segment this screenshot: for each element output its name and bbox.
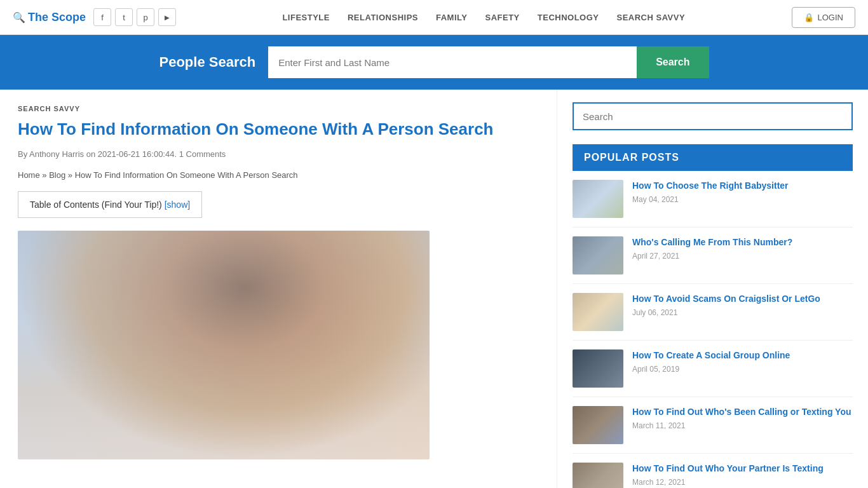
post-title[interactable]: Who's Calling Me From This Number? [632, 236, 853, 249]
article-area: SEARCH SAVVY How To Find Information On … [0, 90, 557, 488]
toc-label: Table of Contents (Find Your Tip!) [30, 200, 162, 210]
people-search-button[interactable]: Search [637, 46, 709, 78]
post-content: How To Choose The Right Babysitter May 0… [632, 180, 853, 204]
main-layout: SEARCH SAVVY How To Find Information On … [0, 90, 868, 488]
post-date: April 27, 2021 [632, 252, 853, 261]
popular-post-item: How To Choose The Right Babysitter May 0… [573, 171, 853, 227]
login-label: LOGIN [818, 13, 843, 22]
post-title[interactable]: How To Choose The Right Babysitter [632, 180, 853, 193]
pinterest-icon[interactable]: p [137, 8, 154, 26]
breadcrumb-home[interactable]: Home [18, 170, 40, 180]
post-thumbnail [573, 463, 623, 488]
facebook-icon[interactable]: f [93, 8, 111, 26]
article-title: How To Find Information On Someone With … [18, 119, 539, 140]
post-title[interactable]: How To Create A Social Group Online [632, 349, 853, 362]
article-meta: By Anthony Harris on 2021-06-21 16:00:44… [18, 149, 539, 159]
post-content: How To Create A Social Group Online Apri… [632, 349, 853, 374]
logo-text: The Scope [28, 11, 86, 24]
social-icons: f t p ▶ [93, 8, 176, 26]
sidebar: POPULAR POSTS How To Choose The Right Ba… [557, 90, 868, 488]
people-search-bar: People Search Search [0, 35, 868, 90]
post-thumbnail [573, 293, 623, 331]
nav-safety[interactable]: SAFETY [485, 13, 519, 22]
nav-family[interactable]: FAMILY [436, 13, 467, 22]
nav-relationships[interactable]: RELATIONSHIPS [348, 13, 418, 22]
post-content: How To Avoid Scams On Craigslist Or LetG… [632, 293, 853, 317]
post-date: May 04, 2021 [632, 195, 853, 204]
login-button[interactable]: 🔒 LOGIN [792, 7, 855, 28]
popular-post-item: How To Avoid Scams On Craigslist Or LetG… [573, 284, 853, 341]
post-thumbnail [573, 236, 623, 274]
post-date: March 11, 2021 [632, 421, 853, 430]
table-of-contents: Table of Contents (Find Your Tip!) [show… [18, 191, 202, 218]
nav-technology[interactable]: TECHNOLOGY [538, 13, 599, 22]
category-label: SEARCH SAVVY [18, 105, 539, 112]
nav-search-savvy[interactable]: SEARCH SAVVY [617, 13, 686, 22]
lock-icon: 🔒 [804, 13, 814, 22]
people-search-input[interactable] [268, 46, 637, 78]
image-overlay [18, 231, 430, 459]
post-thumbnail [573, 349, 623, 388]
post-date: March 12, 2021 [632, 478, 853, 487]
popular-post-item: How To Find Out Who Your Partner Is Text… [573, 454, 853, 488]
post-content: How To Find Out Who Your Partner Is Text… [632, 463, 853, 487]
youtube-icon[interactable]: ▶ [158, 8, 176, 26]
post-title[interactable]: How To Find Out Who Your Partner Is Text… [632, 463, 853, 475]
twitter-icon[interactable]: t [115, 8, 133, 26]
post-content: How To Find Out Who's Been Calling or Te… [632, 406, 853, 430]
toc-show-link[interactable]: [show] [165, 200, 190, 210]
post-content: Who's Calling Me From This Number? April… [632, 236, 853, 261]
nav-lifestyle[interactable]: LIFESTYLE [282, 13, 330, 22]
search-icon: 🔍 [13, 11, 25, 24]
post-thumbnail [573, 180, 623, 218]
popular-post-item: How To Create A Social Group Online Apri… [573, 341, 853, 397]
article-image [18, 231, 430, 459]
main-navigation: LIFESTYLE RELATIONSHIPS FAMILY SAFETY TE… [282, 13, 685, 22]
popular-post-item: How To Find Out Who's Been Calling or Te… [573, 397, 853, 454]
popular-post-item: Who's Calling Me From This Number? April… [573, 227, 853, 284]
popular-posts-header: POPULAR POSTS [573, 144, 853, 171]
post-title[interactable]: How To Avoid Scams On Craigslist Or LetG… [632, 293, 853, 306]
post-date: April 05, 2019 [632, 365, 853, 374]
site-logo[interactable]: 🔍 The Scope [13, 11, 86, 24]
post-date: July 06, 2021 [632, 308, 853, 317]
people-search-label: People Search [159, 54, 255, 71]
breadcrumb-blog[interactable]: Blog [49, 170, 65, 180]
breadcrumb: Home » Blog » How To Find Information On… [18, 170, 539, 180]
breadcrumb-current: How To Find Information On Someone With … [75, 170, 298, 180]
post-title[interactable]: How To Find Out Who's Been Calling or Te… [632, 406, 853, 419]
logo-area: 🔍 The Scope f t p ▶ [13, 8, 176, 26]
popular-posts-list: How To Choose The Right Babysitter May 0… [573, 171, 853, 488]
top-navigation: 🔍 The Scope f t p ▶ LIFESTYLE RELATIONSH… [0, 0, 868, 35]
post-thumbnail [573, 406, 623, 444]
sidebar-search-input[interactable] [573, 102, 853, 130]
